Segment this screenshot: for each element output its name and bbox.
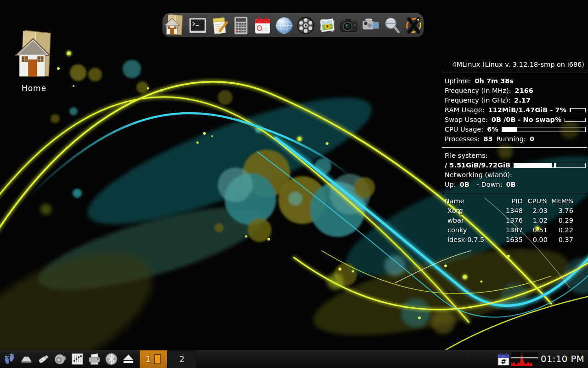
col-header-cpu: CPU% (523, 196, 548, 206)
taskbar-clock: 01:10 PM (538, 354, 587, 364)
ram-bar (570, 108, 586, 112)
home-folder-icon (163, 12, 187, 36)
dock-item-video-camera[interactable] (360, 15, 381, 36)
workspace-2-label: 2 (179, 354, 184, 364)
process-name: idesk-0.7.5 (445, 235, 499, 245)
col-header-pid: PID (499, 196, 523, 206)
process-cpu: 0.00 (523, 235, 548, 245)
xorg-icon (403, 15, 424, 36)
terminal-icon (187, 15, 208, 36)
process-mem: 0.29 (548, 216, 573, 225)
tray-cpu-graph (511, 352, 538, 367)
camera-icon (339, 15, 359, 36)
workspace-1[interactable]: 1 (140, 350, 167, 368)
dock-item-text-editor[interactable] (209, 15, 230, 36)
col-header-name: Name (445, 196, 499, 206)
workspace-2[interactable]: 2 (167, 350, 197, 368)
desktop-icon-home[interactable]: Home (12, 29, 56, 93)
conky-title: 4MLinux (Linux v. 3.12.18-smp on i686) (441, 60, 587, 69)
process-pid: 1635 (499, 235, 523, 245)
conky-monitor: 4MLinux (Linux v. 3.12.18-smp on i686) U… (441, 60, 587, 245)
workspace-1-window (154, 354, 161, 364)
photo-icon (317, 15, 338, 36)
dock-item-calculator[interactable] (231, 15, 251, 36)
film-reel-icon (295, 15, 316, 36)
calculator-icon (231, 15, 251, 36)
calendar-icon (252, 15, 273, 36)
conky-fs-label: File systems: (441, 151, 587, 161)
conky-updown: Up:0B- Down:0B (441, 180, 587, 190)
process-cpu: 1.02 (523, 216, 548, 225)
dock-item-photo-camera[interactable] (339, 15, 359, 36)
whistle-icon (36, 352, 51, 366)
speaker-icon (53, 352, 68, 366)
process-name: Xorg (445, 206, 499, 216)
process-pid: 1348 (499, 206, 523, 216)
taskbar-item-touchpad[interactable] (18, 350, 35, 368)
dock-item-search[interactable] (382, 15, 402, 36)
process-pid: 1376 (499, 216, 523, 225)
process-name: wbar (445, 216, 499, 225)
desktop-root: { "desktop": { "home_icon_label": "Home"… (0, 0, 588, 368)
taskbar-item-volume[interactable] (52, 350, 69, 368)
conky-process-table: Name PID CPU% MEM% Xorg 1348 2.03 3.76 w… (441, 196, 587, 245)
conky-divider (442, 147, 587, 148)
dock-item-home-folder[interactable] (163, 12, 187, 36)
conky-divider (442, 193, 587, 193)
camcorder-icon (360, 15, 381, 36)
dock-item-xorg[interactable] (403, 15, 424, 36)
conky-uptime: Uptime:0h 7m 38s (441, 76, 587, 86)
col-header-mem: MEM% (548, 196, 573, 206)
workspace-1-label: 1 (146, 354, 151, 364)
tray-calendar-icon: # (498, 353, 509, 366)
process-cpu: 0.51 (523, 225, 548, 235)
conky-swap: Swap Usage:0B /0B - No swap% (441, 115, 587, 125)
taskbar-item-mixer[interactable] (69, 350, 86, 368)
conky-cpu: CPU Usage:6% (441, 125, 587, 134)
tray-calendar[interactable]: # (498, 353, 509, 366)
taskbar: 1 2 # 01:10 PM (0, 350, 588, 368)
desktop-icon-home-label: Home (22, 84, 46, 93)
process-name: conky (445, 225, 499, 235)
conky-ram: RAM Usage:112MiB/1.47GiB - 7% (441, 105, 587, 115)
taskbar-item-whistle[interactable] (35, 350, 52, 368)
dock-item-terminal[interactable] (187, 15, 208, 36)
process-cpu: 2.03 (523, 206, 548, 216)
conky-fs-value: / 5.51GiB/9.72GiB (441, 161, 587, 170)
notepad-pencil-icon (209, 15, 230, 36)
dock-item-calendar[interactable] (252, 15, 273, 36)
dock-item-image-viewer[interactable] (317, 15, 338, 36)
fs-bar (514, 163, 586, 168)
conky-freq-ghz: Frequency (in GHz):2.17 (441, 96, 587, 105)
cpu-graph-icon (511, 352, 538, 367)
system-tray: # 01:10 PM (498, 350, 587, 368)
eject-icon (121, 352, 136, 366)
printer-icon (87, 352, 102, 366)
touchpad-icon (19, 352, 34, 366)
taskbar-item-footprints[interactable] (1, 350, 18, 368)
wbar-dock (162, 13, 424, 37)
process-mem: 3.76 (548, 206, 573, 216)
process-mem: 0.22 (548, 225, 573, 235)
globe-icon (274, 15, 294, 36)
conky-freq-mhz: Frequency (in MHz):2166 (441, 86, 587, 96)
conky-processes: Processes:83Running:0 (441, 134, 587, 144)
process-mem: 0.37 (548, 235, 573, 245)
conky-networking: Networking (wlan0): (441, 170, 587, 180)
magnifier-icon (382, 15, 402, 36)
taskbar-item-eject[interactable] (120, 350, 137, 368)
bluetooth-icon (104, 352, 119, 366)
process-pid: 1387 (499, 225, 523, 235)
conky-divider (442, 73, 587, 73)
mixer-sliders-icon (70, 352, 85, 366)
dock-item-web-browser[interactable] (274, 15, 294, 36)
dock-item-media-player[interactable] (295, 15, 316, 36)
footprints-icon (2, 352, 17, 366)
cpu-bar (502, 127, 586, 132)
taskbar-item-bluetooth[interactable] (103, 350, 120, 368)
taskbar-item-printer[interactable] (86, 350, 103, 368)
home-folder-house-icon (13, 29, 55, 80)
swap-bar (565, 118, 586, 122)
tray-calendar-symbol: # (501, 358, 506, 365)
